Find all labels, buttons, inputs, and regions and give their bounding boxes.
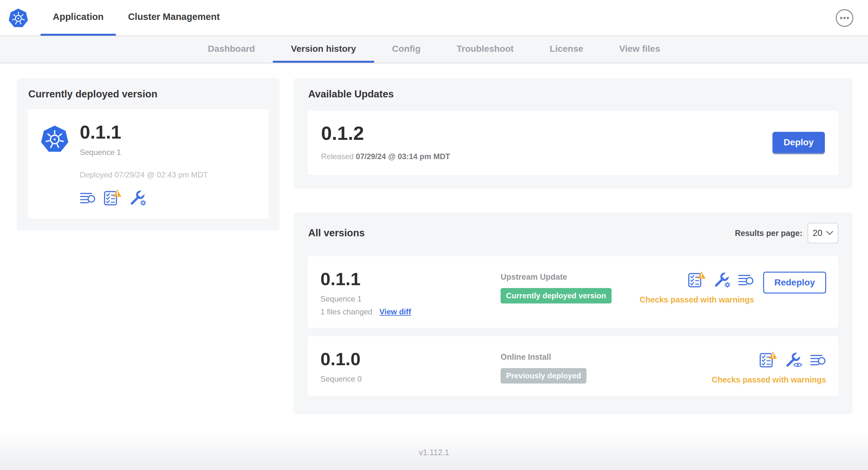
header-right [835, 0, 854, 36]
checks-status-text: Checks passed with warnings [712, 375, 826, 384]
row-source: Online Install [501, 352, 712, 362]
row-icons-and-checks: Checks passed with warnings [640, 271, 754, 304]
results-per-page-select[interactable]: 20 [808, 223, 838, 243]
version-history-page: Application Cluster Management Dashboard… [0, 0, 868, 470]
kubernetes-app-icon [40, 125, 69, 153]
update-details: 0.1.2 Released 07/29/24 @ 03:14 pm MDT [321, 124, 450, 161]
row-files-changed: 1 files changedView diff [320, 307, 501, 316]
released-date: 07/29/24 @ 03:14 pm MDT [356, 152, 450, 161]
results-per-page-value: 20 [813, 228, 822, 238]
row-icons-and-checks: Checks passed with warnings [712, 351, 826, 384]
edit-config-icon[interactable] [129, 189, 146, 206]
tab-cluster-management[interactable]: Cluster Management [116, 0, 232, 36]
version-row-0-1-1: 0.1.1 Sequence 1 1 files changedView dif… [308, 256, 838, 328]
row-version-number: 0.1.0 [320, 350, 501, 369]
app-subnav: Dashboard Version history Config Trouble… [0, 37, 868, 63]
redeploy-button[interactable]: Redeploy [763, 272, 826, 294]
all-versions-card: All versions Results per page: 20 [293, 212, 852, 414]
logs-icon[interactable] [738, 273, 754, 288]
update-released-timestamp: Released 07/29/24 @ 03:14 pm MDT [321, 152, 450, 161]
current-version-number: 0.1.1 [80, 123, 208, 142]
subnav-troubleshoot[interactable]: Troubleshoot [438, 37, 531, 63]
subnav-dashboard[interactable]: Dashboard [190, 37, 273, 63]
row-sequence: Sequence 0 [320, 374, 501, 383]
overflow-menu-button[interactable] [835, 9, 854, 27]
status-badge: Currently deployed version [501, 288, 612, 303]
currently-deployed-version-card: 0.1.1 Sequence 1 Deployed 07/29/24 @ 02:… [28, 109, 269, 219]
update-version-number: 0.1.2 [321, 124, 450, 143]
logs-icon[interactable] [810, 353, 826, 368]
version-row-left: 0.1.1 Sequence 1 1 files changedView dif… [320, 270, 501, 316]
available-updates-card: Available Updates 0.1.2 Released 07/29/2… [293, 78, 852, 189]
version-row-left: 0.1.0 Sequence 0 [320, 350, 501, 383]
available-updates-title: Available Updates [308, 89, 838, 100]
app-header: Application Cluster Management [0, 0, 868, 36]
released-label: Released [321, 152, 353, 161]
version-row-middle: Online Install Previously deployed [501, 350, 712, 383]
app-footer: v1.112.1 [0, 435, 868, 470]
version-row-middle: Upstream Update Currently deployed versi… [501, 270, 640, 303]
row-actions [759, 351, 826, 368]
version-row-0-1-0: 0.1.0 Sequence 0 Online Install Previous… [308, 336, 838, 396]
console-version: v1.112.1 [419, 448, 449, 457]
edit-config-icon[interactable] [714, 271, 730, 288]
update-row: 0.1.2 Released 07/29/24 @ 03:14 pm MDT D… [308, 111, 838, 175]
row-version-number: 0.1.1 [320, 270, 501, 289]
tab-application-label: Application [53, 11, 103, 22]
row-sequence: Sequence 1 [320, 295, 501, 303]
ellipsis-icon [835, 9, 854, 27]
right-column: Available Updates 0.1.2 Released 07/29/2… [293, 78, 852, 414]
tab-cluster-management-label: Cluster Management [128, 11, 220, 22]
currently-deployed-title: Currently deployed version [28, 89, 269, 100]
currently-deployed-details: 0.1.1 Sequence 1 Deployed 07/29/24 @ 02:… [80, 123, 208, 206]
current-version-deployed-timestamp: Deployed 07/29/24 @ 02:43 pm MDT [80, 170, 208, 179]
kubernetes-logo-icon [8, 8, 28, 28]
subnav-version-history[interactable]: Version history [273, 37, 374, 63]
checks-status-text: Checks passed with warnings [640, 295, 754, 304]
current-version-sequence: Sequence 1 [80, 148, 208, 157]
all-versions-title: All versions [308, 227, 365, 239]
preflight-checks-icon[interactable] [688, 271, 706, 288]
all-versions-header: All versions Results per page: 20 [308, 223, 838, 243]
row-actions [688, 271, 754, 288]
logs-icon[interactable] [80, 191, 96, 206]
view-diff-link[interactable]: View diff [379, 307, 411, 316]
version-row-right: Checks passed with warnings [712, 350, 826, 384]
subnav-view-files[interactable]: View files [601, 37, 678, 63]
deploy-button[interactable]: Deploy [772, 132, 825, 153]
row-source: Upstream Update [501, 272, 640, 281]
tab-application[interactable]: Application [40, 0, 116, 36]
view-config-icon[interactable] [785, 351, 802, 368]
results-per-page: Results per page: 20 [735, 223, 838, 243]
main-content: Currently deployed version 0.1.1 Sequenc… [0, 64, 868, 435]
status-badge: Previously deployed [501, 368, 587, 383]
version-row-right: Checks passed with warnings Redeploy [640, 270, 826, 304]
subnav-config[interactable]: Config [374, 37, 439, 63]
currently-deployed-card: Currently deployed version 0.1.1 Sequenc… [17, 78, 280, 231]
subnav-license[interactable]: License [532, 37, 601, 63]
current-version-actions [80, 189, 208, 206]
results-per-page-label: Results per page: [735, 229, 802, 238]
chevron-down-icon [826, 231, 833, 235]
files-changed-text: 1 files changed [320, 307, 372, 316]
preflight-checks-icon[interactable] [759, 351, 777, 368]
preflight-checks-icon[interactable] [103, 189, 122, 206]
